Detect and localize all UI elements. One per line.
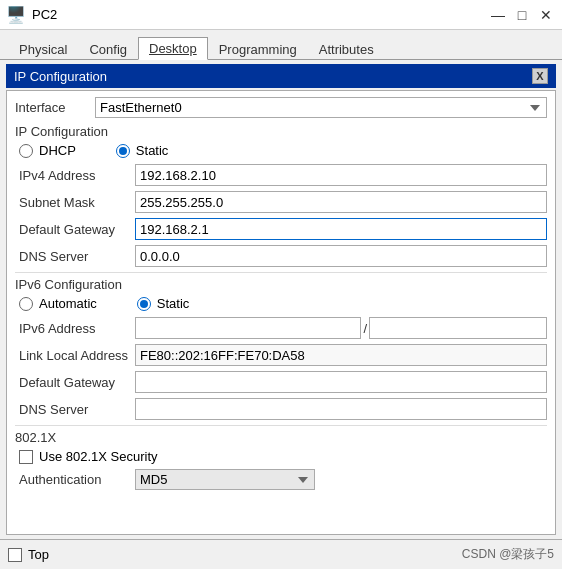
static-radio[interactable] [116, 144, 130, 158]
dhcp-radio-item[interactable]: DHCP [19, 143, 76, 158]
interface-label: Interface [15, 100, 95, 115]
ipv6-static-radio-item[interactable]: Static [137, 296, 190, 311]
ipv6-dns-input[interactable] [135, 398, 547, 420]
tab-physical[interactable]: Physical [8, 38, 78, 60]
ipv6-dns-row: DNS Server [15, 398, 547, 420]
ipv6-gateway-input[interactable] [135, 371, 547, 393]
interface-row: Interface FastEthernet0 [15, 97, 547, 118]
interface-select[interactable]: FastEthernet0 [95, 97, 547, 118]
watermark: CSDN @梁孩子5 [462, 546, 554, 563]
ipv6-address-input[interactable] [135, 317, 361, 339]
ipv4-address-input[interactable] [135, 164, 547, 186]
title-bar: 🖥️ PC2 — □ ✕ [0, 0, 562, 30]
use-security-row: Use 802.1X Security [15, 449, 547, 464]
maximize-button[interactable]: □ [512, 6, 532, 24]
auth-row: Authentication MD5 [15, 469, 547, 490]
subnet-mask-input[interactable] [135, 191, 547, 213]
ipv6-static-label: Static [157, 296, 190, 311]
divider-2 [15, 425, 547, 426]
bottom-bar: Top CSDN @梁孩子5 [0, 539, 562, 569]
automatic-label: Automatic [39, 296, 97, 311]
dhcp-label: DHCP [39, 143, 76, 158]
automatic-radio[interactable] [19, 297, 33, 311]
link-local-row: Link Local Address [15, 344, 547, 366]
auth-select[interactable]: MD5 [135, 469, 315, 490]
static-radio-item[interactable]: Static [116, 143, 169, 158]
ip-config-section-title: IP Configuration [15, 124, 547, 139]
ipv6-gateway-row: Default Gateway [15, 371, 547, 393]
automatic-radio-item[interactable]: Automatic [19, 296, 97, 311]
dns-server-input[interactable] [135, 245, 547, 267]
ip-radio-row: DHCP Static [15, 143, 547, 158]
ipv6-address-split: / [135, 317, 547, 339]
panel-title-bar: IP Configuration X [6, 64, 556, 88]
tabs-bar: Physical Config Desktop Programming Attr… [0, 30, 562, 60]
ipv4-address-label: IPv4 Address [15, 168, 135, 183]
tab-programming[interactable]: Programming [208, 38, 308, 60]
8021x-section-title: 802.1X [15, 430, 547, 445]
default-gateway-input[interactable] [135, 218, 547, 240]
panel-title: IP Configuration [14, 69, 107, 84]
tab-attributes[interactable]: Attributes [308, 38, 385, 60]
default-gateway-row: Default Gateway [15, 218, 547, 240]
title-bar-left: 🖥️ PC2 [6, 5, 57, 24]
top-checkbox[interactable] [8, 548, 22, 562]
dhcp-radio[interactable] [19, 144, 33, 158]
link-local-input[interactable] [135, 344, 547, 366]
panel-close-button[interactable]: X [532, 68, 548, 84]
bottom-left: Top [8, 547, 49, 562]
tab-desktop[interactable]: Desktop [138, 37, 208, 60]
content-area: IP Configuration X Interface FastEtherne… [0, 60, 562, 539]
minimize-button[interactable]: — [488, 6, 508, 24]
use-security-label: Use 802.1X Security [39, 449, 158, 464]
tab-config[interactable]: Config [78, 38, 138, 60]
ipv6-gateway-label: Default Gateway [15, 375, 135, 390]
close-button[interactable]: ✕ [536, 6, 556, 24]
ipv6-radio-row: Automatic Static [15, 296, 547, 311]
top-label: Top [28, 547, 49, 562]
use-security-checkbox-item[interactable]: Use 802.1X Security [19, 449, 158, 464]
ipv6-config-section-title: IPv6 Configuration [15, 277, 547, 292]
ipv6-static-radio[interactable] [137, 297, 151, 311]
divider-1 [15, 272, 547, 273]
subnet-mask-row: Subnet Mask [15, 191, 547, 213]
slash-separator: / [363, 321, 367, 336]
title-bar-controls: — □ ✕ [488, 6, 556, 24]
default-gateway-label: Default Gateway [15, 222, 135, 237]
ipv6-prefix-input[interactable] [369, 317, 547, 339]
dns-server-label: DNS Server [15, 249, 135, 264]
auth-label: Authentication [15, 472, 135, 487]
subnet-mask-label: Subnet Mask [15, 195, 135, 210]
static-label: Static [136, 143, 169, 158]
ipv6-address-label: IPv6 Address [15, 321, 135, 336]
ipv6-dns-label: DNS Server [15, 402, 135, 417]
app-icon: 🖥️ [6, 5, 26, 24]
link-local-label: Link Local Address [15, 348, 135, 363]
dns-server-row: DNS Server [15, 245, 547, 267]
use-security-checkbox[interactable] [19, 450, 33, 464]
window-body: IP Configuration X Interface FastEtherne… [0, 60, 562, 539]
window-title: PC2 [32, 7, 57, 22]
ipv6-address-row: IPv6 Address / [15, 317, 547, 339]
panel-content: Interface FastEthernet0 IP Configuration… [6, 90, 556, 535]
ipv4-address-row: IPv4 Address [15, 164, 547, 186]
